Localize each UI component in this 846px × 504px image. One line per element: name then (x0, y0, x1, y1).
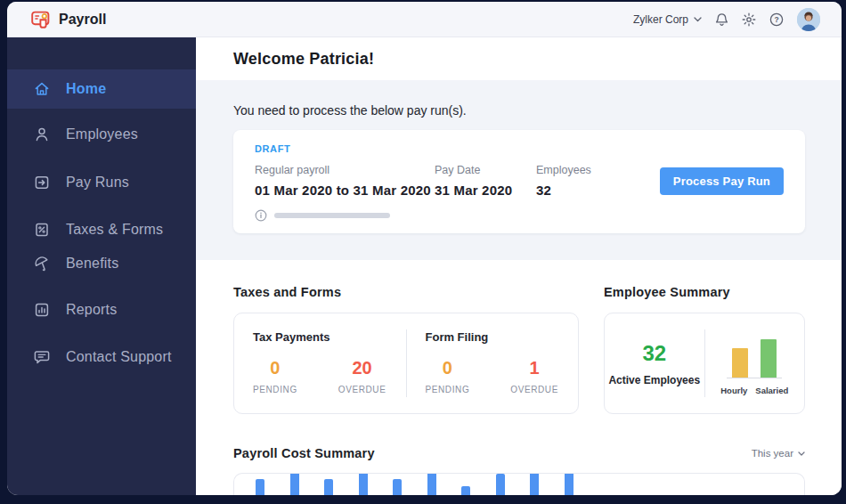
sidebar-item-taxes-forms[interactable]: Taxes & Forms (7, 213, 196, 247)
topbar: Payroll Zylker Corp (7, 2, 842, 37)
employee-chart-legend: HourlySalaried (720, 386, 788, 395)
home-icon (34, 81, 50, 97)
organization-dropdown[interactable]: Zylker Corp (633, 13, 702, 26)
help-icon[interactable]: ? (769, 12, 784, 27)
employee-summary-card: 32 Active Employees HourlySalaried (604, 313, 805, 414)
tax-payments-group: Tax Payments 0 PENDING 20 OVERDUE (234, 313, 406, 413)
stat-value: 0 (270, 358, 280, 378)
active-employee-count: 32 (642, 341, 666, 366)
field-label: Pay Date (435, 164, 536, 176)
stat-tax-pending: 0 PENDING (253, 358, 297, 394)
employee-type-chart: HourlySalaried (705, 313, 805, 413)
app-logo: Payroll (30, 9, 106, 30)
chart-bar (565, 473, 573, 495)
draft-status-badge: DRAFT (255, 143, 784, 154)
payrun-progress (255, 209, 784, 222)
stat-label: PENDING (253, 385, 297, 394)
mini-chart-bar-hourly (732, 348, 748, 378)
form-filing-group: Form Filing 0 PENDING 1 OVERDUE (407, 313, 579, 413)
topbar-controls: Zylker Corp ? (633, 8, 820, 31)
sidebar-item-label: Benefits (66, 256, 118, 272)
payrun-intro-text: You need to process the below pay run(s)… (233, 103, 805, 118)
svg-text:?: ? (774, 15, 778, 24)
stat-form-pending: 0 PENDING (426, 358, 470, 394)
benefits-umbrella-icon (34, 256, 50, 272)
sidebar-item-label: Home (66, 81, 106, 97)
chart-bar (496, 474, 505, 495)
field-label: Employees (536, 164, 660, 176)
payroll-cost-title: Payroll Cost Summary (233, 446, 375, 460)
employee-mini-bar-chart (727, 337, 782, 378)
payrun-field-period: Regular payroll 01 Mar 2020 to 31 Mar 20… (255, 164, 435, 198)
user-avatar[interactable] (797, 8, 820, 31)
stat-tax-overdue: 20 OVERDUE (338, 358, 386, 394)
payroll-cost-bar-chart (233, 473, 805, 495)
pay-runs-icon (34, 175, 50, 191)
sidebar-item-contact-support[interactable]: Contact Support (7, 340, 196, 374)
chevron-down-icon (694, 17, 702, 22)
field-value: 01 Mar 2020 to 31 Mar 2020 (255, 183, 435, 198)
payrun-card: DRAFT Regular payroll 01 Mar 2020 to 31 … (233, 130, 805, 233)
chart-bar (324, 479, 333, 495)
payrun-section: You need to process the below pay run(s)… (196, 80, 842, 260)
stat-label: OVERDUE (338, 385, 386, 394)
sidebar-item-benefits[interactable]: Benefits (7, 247, 196, 280)
mini-chart-bar-salaried (761, 339, 777, 378)
taxes-forms-icon (34, 222, 50, 238)
mini-chart-label: Salaried (755, 386, 788, 395)
chart-bar (256, 479, 264, 495)
group-title: Form Filing (426, 330, 579, 344)
chart-bar (530, 473, 539, 495)
sidebar: Home Employees Pay Runs (7, 37, 196, 495)
info-icon[interactable] (255, 209, 267, 222)
stat-label: PENDING (426, 385, 470, 394)
stat-form-overdue: 1 OVERDUE (510, 358, 558, 394)
app-window: Payroll Zylker Corp (7, 2, 842, 495)
taxes-forms-card: Tax Payments 0 PENDING 20 OVERDUE (233, 313, 579, 414)
mini-chart-label: Hourly (720, 386, 747, 395)
sidebar-item-reports[interactable]: Reports (7, 293, 196, 327)
date-range-dropdown[interactable]: This year (752, 448, 805, 459)
sidebar-item-pay-runs[interactable]: Pay Runs (7, 166, 196, 199)
settings-gear-icon[interactable] (742, 12, 756, 27)
stat-label: OVERDUE (510, 385, 558, 394)
chart-bar (359, 473, 368, 495)
date-range-value: This year (752, 448, 793, 459)
sidebar-item-employees[interactable]: Employees (7, 118, 196, 151)
process-pay-run-button[interactable]: Process Pay Run (660, 167, 784, 195)
sidebar-item-label: Pay Runs (66, 175, 129, 191)
sidebar-item-home[interactable]: Home (7, 69, 196, 109)
page-title: Welcome Patricia! (233, 50, 374, 69)
chevron-down-icon (798, 451, 805, 456)
employee-summary-title: Employee Summary (604, 285, 805, 299)
stat-value: 1 (530, 358, 540, 378)
stat-value: 0 (443, 358, 452, 378)
sidebar-item-label: Employees (66, 126, 138, 142)
sidebar-item-label: Contact Support (66, 349, 172, 365)
field-value: 32 (536, 183, 660, 198)
chart-bar (290, 473, 299, 495)
active-employee-label: Active Employees (608, 374, 700, 386)
stat-value: 20 (352, 358, 371, 378)
active-employees-block: 32 Active Employees (605, 313, 704, 413)
notifications-bell-icon[interactable] (715, 12, 728, 27)
organization-name: Zylker Corp (633, 13, 688, 26)
employees-icon (34, 126, 50, 142)
main-content: Welcome Patricia! You need to process th… (196, 37, 842, 495)
field-label: Regular payroll (255, 164, 435, 176)
chart-bar (461, 486, 470, 495)
field-value: 31 Mar 2020 (435, 183, 536, 198)
contact-support-icon (34, 349, 50, 365)
sidebar-item-label: Reports (66, 302, 117, 318)
sidebar-item-label: Taxes & Forms (66, 222, 163, 238)
chart-bar (427, 473, 436, 495)
reports-icon (34, 302, 50, 318)
payrun-progress-bar (274, 213, 390, 218)
payroll-cost-section: Payroll Cost Summary This year (196, 414, 842, 495)
chart-bar (393, 479, 402, 495)
payrun-field-employees: Employees 32 (536, 164, 660, 198)
app-title: Payroll (59, 12, 106, 28)
payroll-logo-icon (30, 9, 52, 30)
taxes-forms-title: Taxes and Forms (233, 285, 579, 299)
payrun-field-pay-date: Pay Date 31 Mar 2020 (435, 164, 536, 198)
